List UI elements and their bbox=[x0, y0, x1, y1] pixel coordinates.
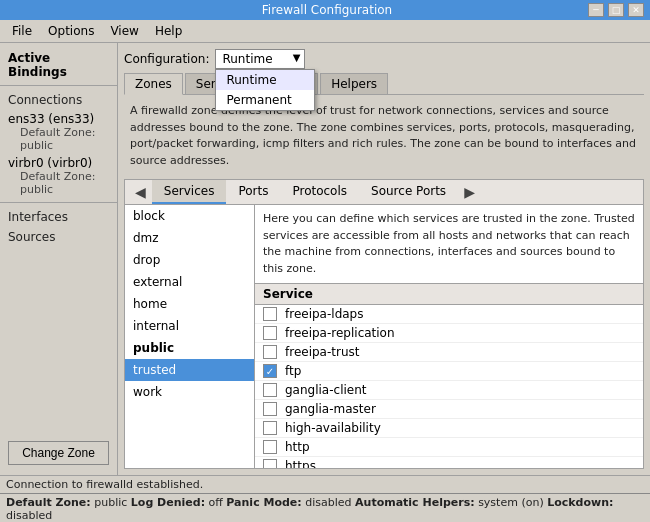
connection-virbr0-name: virbr0 (virbr0) bbox=[8, 156, 109, 170]
minimize-button[interactable]: ─ bbox=[588, 3, 604, 17]
service-checkbox-ganglia-client[interactable] bbox=[263, 383, 277, 397]
titlebar: Firewall Configuration ─ □ ✕ bbox=[0, 0, 650, 20]
subtab-ports[interactable]: Ports bbox=[226, 180, 280, 204]
auto-helpers-value: system (on) bbox=[478, 496, 544, 509]
service-row-freeipa-ldaps: freeipa-ldaps bbox=[255, 305, 643, 324]
zone-internal[interactable]: internal bbox=[125, 315, 254, 337]
panic-mode-label: Panic Mode: bbox=[226, 496, 301, 509]
window-title: Firewall Configuration bbox=[66, 3, 588, 17]
services-content: block dmz drop external home internal pu… bbox=[125, 205, 643, 468]
service-row-ftp: ftp bbox=[255, 362, 643, 381]
zone-trusted[interactable]: trusted bbox=[125, 359, 254, 381]
services-area: ◀ Services Ports Protocols Source Ports … bbox=[124, 179, 644, 469]
lockdown-label: Lockdown: bbox=[547, 496, 613, 509]
service-checkbox-https[interactable] bbox=[263, 459, 277, 468]
tabs-row: Zones Services IPSets Helpers bbox=[124, 73, 644, 95]
connection-ens33-name: ens33 (ens33) bbox=[8, 112, 109, 126]
connections-label: Connections bbox=[0, 90, 117, 110]
log-denied-value: off bbox=[209, 496, 223, 509]
service-name-ftp: ftp bbox=[285, 364, 301, 378]
subtab-source-ports[interactable]: Source Ports bbox=[359, 180, 458, 204]
zone-public[interactable]: public bbox=[125, 337, 254, 359]
log-denied-label: Log Denied: bbox=[131, 496, 205, 509]
zone-home[interactable]: home bbox=[125, 293, 254, 315]
service-table: Service freeipa-ldaps freeipa-replicatio… bbox=[255, 284, 643, 468]
panic-mode-value: disabled bbox=[305, 496, 351, 509]
left-panel: Active Bindings Connections ens33 (ens33… bbox=[0, 43, 118, 475]
service-name-ganglia-master: ganglia-master bbox=[285, 402, 376, 416]
maximize-button[interactable]: □ bbox=[608, 3, 624, 17]
auto-helpers-label: Automatic Helpers: bbox=[355, 496, 475, 509]
service-name-freeipa-ldaps: freeipa-ldaps bbox=[285, 307, 363, 321]
service-name-freeipa-trust: freeipa-trust bbox=[285, 345, 360, 359]
default-zone-label: Default Zone: bbox=[6, 496, 91, 509]
service-checkbox-http[interactable] bbox=[263, 440, 277, 454]
zone-block[interactable]: block bbox=[125, 205, 254, 227]
connection-virbr0-zone: Default Zone: public bbox=[8, 170, 109, 196]
dropdown-option-runtime[interactable]: Runtime bbox=[216, 70, 314, 90]
zone-work[interactable]: work bbox=[125, 381, 254, 403]
window-controls[interactable]: ─ □ ✕ bbox=[588, 3, 644, 17]
menu-view[interactable]: View bbox=[102, 22, 146, 40]
zone-description: A firewalld zone defines the level of tr… bbox=[124, 99, 644, 173]
zones-list: block dmz drop external home internal pu… bbox=[125, 205, 255, 468]
config-dropdown-menu: Runtime Permanent bbox=[215, 69, 315, 111]
config-selected-value: Runtime bbox=[222, 52, 272, 66]
menu-options[interactable]: Options bbox=[40, 22, 102, 40]
default-zone-value: public bbox=[94, 496, 127, 509]
config-dropdown-wrapper: Runtime ▼ Runtime Permanent bbox=[215, 49, 305, 69]
subtab-protocols[interactable]: Protocols bbox=[280, 180, 359, 204]
lockdown-value: disabled bbox=[6, 509, 52, 522]
dropdown-option-permanent[interactable]: Permanent bbox=[216, 90, 314, 110]
service-checkbox-freeipa-ldaps[interactable] bbox=[263, 307, 277, 321]
menu-help[interactable]: Help bbox=[147, 22, 190, 40]
config-dropdown[interactable]: Runtime ▼ bbox=[215, 49, 305, 69]
service-name-high-availability: high-availability bbox=[285, 421, 381, 435]
service-name-https: https bbox=[285, 459, 316, 468]
zone-external[interactable]: external bbox=[125, 271, 254, 293]
subtab-prev-arrow[interactable]: ◀ bbox=[129, 180, 152, 204]
service-name-freeipa-replication: freeipa-replication bbox=[285, 326, 395, 340]
service-row-freeipa-trust: freeipa-trust bbox=[255, 343, 643, 362]
right-panel: Configuration: Runtime ▼ Runtime Permane… bbox=[118, 43, 650, 475]
interfaces-label: Interfaces bbox=[0, 207, 117, 227]
services-description: Here you can define which services are t… bbox=[255, 205, 643, 284]
service-name-http: http bbox=[285, 440, 310, 454]
config-row: Configuration: Runtime ▼ Runtime Permane… bbox=[124, 49, 644, 69]
tab-helpers[interactable]: Helpers bbox=[320, 73, 388, 94]
subtab-next-arrow[interactable]: ▶ bbox=[458, 180, 481, 204]
service-table-header: Service bbox=[255, 284, 643, 305]
service-checkbox-freeipa-replication[interactable] bbox=[263, 326, 277, 340]
main-layout: Active Bindings Connections ens33 (ens33… bbox=[0, 43, 650, 475]
menubar: FileOptionsViewHelp bbox=[0, 20, 650, 43]
connection-status-text: Connection to firewalld established. bbox=[6, 478, 203, 491]
tab-zones[interactable]: Zones bbox=[124, 73, 183, 95]
close-button[interactable]: ✕ bbox=[628, 3, 644, 17]
service-row-high-availability: high-availability bbox=[255, 419, 643, 438]
zone-dmz[interactable]: dmz bbox=[125, 227, 254, 249]
statusbar-bottom: Default Zone: public Log Denied: off Pan… bbox=[0, 493, 650, 522]
zone-drop[interactable]: drop bbox=[125, 249, 254, 271]
sources-label: Sources bbox=[0, 227, 117, 247]
subtabs-row: ◀ Services Ports Protocols Source Ports … bbox=[125, 180, 643, 205]
service-checkbox-ftp[interactable] bbox=[263, 364, 277, 378]
service-row-ganglia-master: ganglia-master bbox=[255, 400, 643, 419]
service-name-ganglia-client: ganglia-client bbox=[285, 383, 367, 397]
dropdown-arrow-icon: ▼ bbox=[293, 52, 301, 63]
connection-virbr0[interactable]: virbr0 (virbr0) Default Zone: public bbox=[0, 154, 117, 198]
active-bindings-title: Active Bindings bbox=[0, 47, 117, 81]
service-checkbox-ganglia-master[interactable] bbox=[263, 402, 277, 416]
service-checkbox-freeipa-trust[interactable] bbox=[263, 345, 277, 359]
service-row-ganglia-client: ganglia-client bbox=[255, 381, 643, 400]
connection-ens33[interactable]: ens33 (ens33) Default Zone: public bbox=[0, 110, 117, 154]
service-row-https: https bbox=[255, 457, 643, 468]
service-row-freeipa-replication: freeipa-replication bbox=[255, 324, 643, 343]
menu-file[interactable]: File bbox=[4, 22, 40, 40]
subtab-services[interactable]: Services bbox=[152, 180, 227, 204]
config-label: Configuration: bbox=[124, 52, 209, 66]
service-row-http: http bbox=[255, 438, 643, 457]
statusbar-connection: Connection to firewalld established. bbox=[0, 475, 650, 493]
connection-ens33-zone: Default Zone: public bbox=[8, 126, 109, 152]
service-checkbox-high-availability[interactable] bbox=[263, 421, 277, 435]
change-zone-button[interactable]: Change Zone bbox=[8, 441, 109, 465]
